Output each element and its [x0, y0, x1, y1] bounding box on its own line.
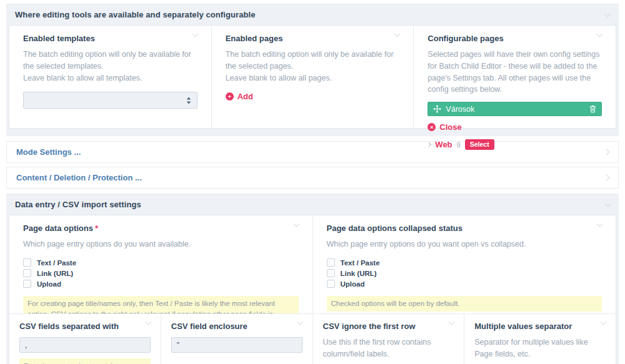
module-config-page: Where editing tools are available and se…: [0, 0, 625, 364]
enabled-templates-desc2: Leave blank to allow all templates.: [23, 72, 198, 84]
checkbox-link-url[interactable]: Link (URL): [23, 268, 299, 278]
enabled-templates-title: Enabled templates: [23, 34, 95, 43]
collapsed-status-desc: Which page entry options do you want ope…: [327, 239, 602, 250]
close-button[interactable]: × Close: [428, 122, 461, 132]
csv-ignore-title: CSV ignore the first row: [323, 322, 416, 331]
select-caret-icon: [186, 97, 191, 104]
page-tree-link-web[interactable]: Web: [435, 140, 452, 149]
fieldset-data-entry-header[interactable]: Data entry / CSV import settings: [6, 194, 619, 214]
expand-chevron-icon[interactable]: [604, 175, 610, 181]
collapse-chevron-icon[interactable]: [145, 319, 151, 325]
add-page-button[interactable]: + Add: [226, 92, 253, 101]
multi-separator-title: Multiple values separator: [474, 322, 572, 331]
csv-separator-title: CSV fields separated with: [19, 322, 119, 331]
checkbox-label: Link (URL): [37, 270, 73, 277]
panel-csv-separator: CSV fields separated with For tab separa…: [9, 314, 161, 364]
checkbox-text-paste[interactable]: Text / Paste: [327, 258, 602, 268]
checkbox-label: Upload: [341, 280, 365, 288]
checkbox-box[interactable]: [23, 269, 31, 277]
enabled-pages-desc: The batch editing option will only be av…: [226, 49, 400, 72]
templates-select[interactable]: [23, 92, 198, 109]
checkbox-box[interactable]: [23, 280, 31, 288]
select-page-button[interactable]: Select: [465, 139, 494, 150]
csv-ignore-desc: Use this if the first row contains colum…: [323, 337, 454, 360]
checkbox-box[interactable]: [327, 280, 335, 288]
panel-collapsed-status: Page data options collapsed status Which…: [312, 215, 616, 313]
configurable-pages-title: Configurable pages: [428, 34, 503, 43]
enabled-pages-title: Enabled pages: [226, 34, 283, 43]
collapse-chevron-icon[interactable]: [293, 221, 299, 227]
expand-chevron-icon[interactable]: [427, 142, 431, 147]
page-data-options-title: Page data options*: [23, 224, 98, 233]
add-page-label: Add: [238, 92, 253, 101]
panel-configurable-pages: Configurable pages Selected pages will h…: [413, 26, 616, 128]
selected-page-item[interactable]: Városok: [428, 102, 602, 116]
csv-separator-input[interactable]: [19, 337, 151, 353]
csv-separator-note: For tab separated, enter: tab: [19, 358, 151, 364]
panel-enabled-templates: Enabled templates The batch editing opti…: [9, 26, 211, 128]
page-data-options-desc: Which page entry options do you want ava…: [23, 239, 299, 250]
page-child-count: 9: [457, 141, 461, 149]
collapse-chevron-icon[interactable]: [597, 31, 603, 37]
checkbox-label: Text / Paste: [37, 259, 76, 267]
panel-page-data-options: Page data options* Which page entry opti…: [9, 215, 312, 313]
collapsed-status-checkboxes: Text / Paste Link (URL) Upload: [327, 258, 602, 289]
collapse-chevron-icon[interactable]: [597, 221, 603, 227]
csv-enclosure-title: CSV field enclosure: [171, 322, 248, 331]
panel-csv-ignore-first-row: CSV ignore the first row Use this if the…: [312, 314, 464, 364]
panel-enabled-pages: Enabled pages The batch editing option w…: [211, 26, 414, 128]
fieldset-where-body: Enabled templates The batch editing opti…: [9, 25, 616, 129]
checkbox-label: Text / Paste: [341, 259, 380, 267]
fieldset-where-editing-tools: Where editing tools are available and se…: [6, 4, 619, 136]
checkbox-label: Link (URL): [341, 270, 377, 277]
fieldset-data-entry-title: Data entry / CSV import settings: [15, 200, 141, 209]
collapse-chevron-icon[interactable]: [394, 31, 401, 37]
checkbox-box[interactable]: [327, 269, 335, 277]
collapsed-status-title: Page data options collapsed status: [327, 224, 462, 233]
add-circle-icon: +: [226, 92, 234, 101]
expand-chevron-icon[interactable]: [604, 149, 610, 155]
trash-icon[interactable]: [589, 105, 596, 113]
close-label: Close: [439, 122, 461, 132]
fieldset-data-entry: Data entry / CSV import settings Page da…: [6, 194, 619, 364]
collapse-chevron-icon[interactable]: [449, 319, 455, 325]
collapse-chevron-icon[interactable]: [605, 200, 611, 207]
collapse-chevron-icon[interactable]: [297, 319, 303, 325]
close-circle-icon: ×: [428, 123, 436, 131]
checkbox-box[interactable]: [327, 258, 335, 267]
checkbox-link-url[interactable]: Link (URL): [327, 268, 602, 278]
checkbox-box[interactable]: [23, 258, 31, 267]
mode-settings-link[interactable]: Mode Settings ...: [16, 147, 81, 157]
configurable-pages-desc: Selected pages will have their own confi…: [428, 49, 602, 96]
checkbox-upload[interactable]: Upload: [23, 279, 299, 289]
fieldset-where-header[interactable]: Where editing tools are available and se…: [6, 4, 619, 24]
move-icon[interactable]: [433, 105, 441, 113]
enabled-templates-desc: The batch editing option will only be av…: [23, 49, 198, 72]
page-data-options-note: For creating page title/names only, then…: [23, 296, 299, 313]
fieldset-data-entry-body: Page data options* Which page entry opti…: [9, 215, 616, 364]
collapse-chevron-icon[interactable]: [605, 11, 611, 17]
fieldset-where-title: Where editing tools are available and se…: [15, 10, 256, 19]
checkbox-upload[interactable]: Upload: [327, 279, 602, 289]
checkbox-label: Upload: [37, 280, 61, 288]
enabled-pages-desc2: Leave blank to allow all pages.: [226, 72, 400, 84]
page-data-options-checkboxes: Text / Paste Link (URL) Upload: [23, 258, 299, 289]
panel-csv-enclosure: CSV field enclosure: [161, 314, 312, 364]
required-asterisk: *: [95, 224, 98, 233]
collapsed-status-note: Checked options will be open by default.: [327, 296, 602, 312]
selected-page-label: Városok: [446, 105, 585, 114]
content-deletion-link[interactable]: Content / Deletion / Protection ...: [16, 173, 142, 182]
collapse-chevron-icon[interactable]: [192, 31, 198, 37]
collapse-chevron-icon[interactable]: [601, 319, 607, 325]
checkbox-text-paste[interactable]: Text / Paste: [23, 258, 299, 268]
panel-multiple-values-separator: Multiple values separator Separator for …: [464, 314, 616, 364]
csv-enclosure-input[interactable]: [171, 337, 302, 353]
page-tree-row: Web 9 Select: [428, 139, 602, 150]
multi-separator-desc: Separator for multiple values like Page …: [474, 337, 606, 360]
section-row-content-deletion[interactable]: Content / Deletion / Protection ...: [6, 167, 619, 189]
